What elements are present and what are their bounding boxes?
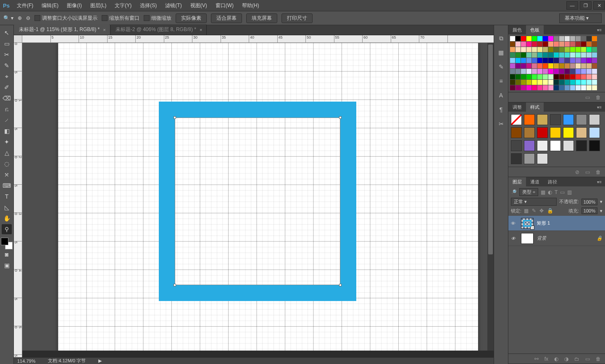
foreground-background-colors[interactable]: [1, 238, 13, 249]
new-fill-adjust-icon[interactable]: ◑: [564, 356, 568, 362]
swatch[interactable]: [521, 47, 526, 52]
swatch[interactable]: [576, 63, 581, 68]
swatch[interactable]: [570, 85, 575, 90]
swatch[interactable]: [510, 52, 515, 58]
swatch[interactable]: [559, 74, 564, 79]
swatch[interactable]: [559, 58, 564, 63]
filter-pixel-icon[interactable]: ▦: [541, 189, 545, 195]
tool-16[interactable]: ◺: [2, 202, 12, 212]
actual-pixels-button[interactable]: 实际像素: [176, 13, 207, 23]
tab-color[interactable]: 颜色: [508, 25, 526, 35]
swatch[interactable]: [516, 69, 521, 74]
style-preset[interactable]: [537, 127, 548, 138]
tool-18[interactable]: ⚲: [2, 224, 12, 234]
swatch[interactable]: [510, 47, 515, 52]
swatch[interactable]: [526, 80, 531, 85]
swatch[interactable]: [532, 58, 537, 63]
swatch[interactable]: [510, 69, 515, 74]
swatch[interactable]: [565, 47, 570, 52]
swatch[interactable]: [559, 63, 564, 68]
swatch[interactable]: [570, 47, 575, 52]
swatch[interactable]: [565, 80, 570, 85]
swatch[interactable]: [532, 42, 537, 47]
tool-11[interactable]: △: [2, 148, 12, 158]
style-preset[interactable]: [511, 114, 522, 125]
status-arrow-icon[interactable]: ▶: [98, 358, 102, 364]
visibility-toggle-icon[interactable]: 👁: [511, 236, 518, 241]
visibility-toggle-icon[interactable]: 👁: [511, 221, 518, 226]
quick-mask-icon[interactable]: ◙: [2, 249, 12, 259]
swatch[interactable]: [526, 85, 531, 90]
vertical-scrollbar[interactable]: [487, 43, 494, 351]
swatch[interactable]: [565, 42, 570, 47]
swatch[interactable]: [587, 42, 592, 47]
swatch[interactable]: [516, 80, 521, 85]
swatch[interactable]: [516, 85, 521, 90]
menu-帮助[interactable]: 帮助(H): [238, 0, 263, 11]
tool-1[interactable]: ▭: [2, 39, 12, 49]
scrubby-zoom-checkbox[interactable]: 细微缩放: [144, 15, 171, 22]
document-info[interactable]: 文档:4.12M/0 字节: [48, 358, 86, 364]
swatch[interactable]: [565, 58, 570, 63]
new-swatch-icon[interactable]: ▭: [585, 94, 590, 100]
swatch[interactable]: [516, 47, 521, 52]
swatch[interactable]: [587, 52, 592, 58]
swatch[interactable]: [576, 36, 581, 41]
swatch[interactable]: [510, 80, 515, 85]
tab-adjustments[interactable]: 调整: [508, 102, 526, 112]
resize-window-checkbox[interactable]: 调整窗口大小以满屏显示: [34, 15, 97, 22]
filter-type-icon[interactable]: T: [555, 189, 558, 195]
swatch[interactable]: [510, 36, 515, 41]
maximize-button[interactable]: ❐: [580, 1, 592, 10]
swatch[interactable]: [537, 80, 542, 85]
swatch[interactable]: [521, 85, 526, 90]
swatch[interactable]: [559, 47, 564, 52]
swatch[interactable]: [537, 36, 542, 41]
swatch[interactable]: [565, 36, 570, 41]
swatch[interactable]: [554, 63, 559, 68]
swatch[interactable]: [526, 36, 531, 41]
transform-handle[interactable]: [339, 284, 342, 286]
vertical-ruler[interactable]: 0 51 0 52 0 53 0 54 0 55 0 56 0: [14, 43, 22, 357]
swatch[interactable]: [548, 47, 553, 52]
swatch[interactable]: [532, 74, 537, 79]
foreground-color-swatch[interactable]: [1, 238, 8, 245]
tab-channels[interactable]: 通道: [526, 177, 544, 187]
swatch[interactable]: [548, 63, 553, 68]
delete-layer-icon[interactable]: 🗑: [596, 356, 601, 362]
swatch[interactable]: [543, 74, 548, 79]
swatch[interactable]: [532, 36, 537, 41]
clear-style-icon[interactable]: ⊘: [575, 169, 579, 175]
style-preset[interactable]: [550, 127, 561, 138]
fill-screen-button[interactable]: 填充屏幕: [246, 13, 277, 23]
lock-transparency-icon[interactable]: ▦: [524, 208, 529, 214]
swatch[interactable]: [537, 52, 542, 58]
swatch[interactable]: [576, 58, 581, 63]
swatch[interactable]: [537, 85, 542, 90]
swatch[interactable]: [554, 85, 559, 90]
style-preset[interactable]: [537, 140, 548, 151]
tool-9[interactable]: ◧: [2, 126, 12, 136]
style-preset[interactable]: [537, 114, 548, 125]
dock-icon[interactable]: A: [497, 91, 506, 100]
print-size-button[interactable]: 打印尺寸: [281, 13, 313, 23]
style-preset[interactable]: [511, 127, 522, 138]
tool-2[interactable]: ✂: [2, 50, 12, 60]
ruler-origin[interactable]: [14, 35, 22, 43]
swatch[interactable]: [521, 69, 526, 74]
swatch[interactable]: [581, 47, 586, 52]
swatch[interactable]: [510, 74, 515, 79]
swatch[interactable]: [510, 58, 515, 63]
style-preset[interactable]: [524, 114, 535, 125]
swatch[interactable]: [548, 85, 553, 90]
swatch[interactable]: [592, 85, 597, 90]
swatch[interactable]: [570, 52, 575, 58]
lock-position-icon[interactable]: ✥: [539, 208, 544, 214]
swatch[interactable]: [516, 36, 521, 41]
swatch[interactable]: [521, 80, 526, 85]
tool-4[interactable]: ⌖: [2, 71, 12, 81]
swatch[interactable]: [548, 36, 553, 41]
swatch[interactable]: [570, 80, 575, 85]
swatch[interactable]: [543, 69, 548, 74]
filter-adjust-icon[interactable]: ◐: [548, 189, 552, 195]
